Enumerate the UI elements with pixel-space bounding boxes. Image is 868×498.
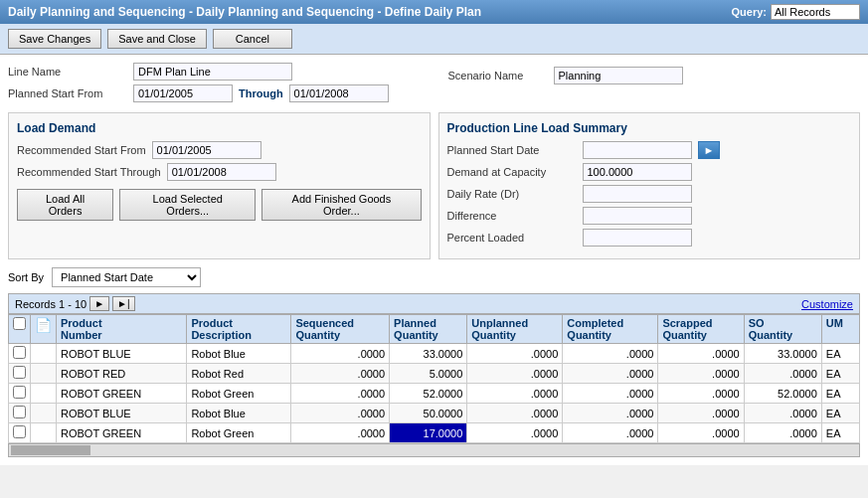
next-page-button[interactable]: ► — [89, 296, 109, 311]
demand-capacity-input[interactable] — [583, 163, 692, 181]
sections-area: Load Demand Recommended Start From Recom… — [8, 112, 860, 259]
percent-loaded-input[interactable] — [583, 229, 692, 247]
demand-capacity-label: Demand at Capacity — [447, 166, 577, 178]
product-description-cell: Robot Green — [187, 384, 291, 404]
rec-start-from-label: Recommended Start From — [17, 144, 146, 156]
planned-start-date-row: Planned Start Date ► — [447, 141, 852, 159]
difference-row: Difference — [447, 207, 852, 225]
sort-by-select[interactable]: Planned Start Date Product Number Sequen… — [52, 267, 201, 287]
sort-by-label: Sort By — [8, 271, 44, 283]
percent-loaded-row: Percent Loaded — [447, 229, 852, 247]
load-demand-header: Load Demand — [17, 121, 422, 135]
sequenced-quantity-cell: .0000 — [291, 423, 390, 443]
row-checkbox-cell — [9, 423, 31, 443]
row-checkbox-cell — [9, 404, 31, 423]
rec-start-from-row: Recommended Start From — [17, 141, 422, 159]
sequenced-quantity-cell: .0000 — [291, 364, 390, 384]
sequenced-quantity-cell: .0000 — [291, 384, 390, 404]
toolbar: Save Changes Save and Close Cancel — [0, 24, 868, 55]
save-changes-button[interactable]: Save Changes — [8, 29, 101, 49]
row-icon-cell — [31, 384, 57, 404]
customize-link[interactable]: Customize — [801, 298, 853, 310]
horizontal-scrollbar[interactable] — [8, 443, 860, 457]
completed-quantity-header: CompletedQuantity — [563, 315, 658, 344]
load-demand-section: Load Demand Recommended Start From Recom… — [8, 112, 431, 259]
planned-start-from-input[interactable] — [133, 84, 233, 102]
planned-quantity-cell: 50.0000 — [390, 404, 467, 423]
load-all-orders-button[interactable]: Load All Orders — [17, 189, 113, 221]
so-quantity-cell: .0000 — [744, 364, 821, 384]
unplanned-quantity-cell: .0000 — [467, 404, 563, 423]
planned-start-date-input[interactable] — [583, 141, 692, 159]
records-nav: Records 1 - 10 ► ►| — [15, 296, 135, 311]
daily-rate-label: Daily Rate (Dr) — [447, 188, 577, 200]
records-text: Records 1 - 10 — [15, 298, 87, 310]
scrapped-quantity-cell: .0000 — [658, 384, 744, 404]
scrapped-quantity-cell: .0000 — [658, 364, 744, 384]
rec-start-through-input[interactable] — [167, 163, 276, 181]
query-input[interactable] — [771, 4, 860, 20]
line-name-label: Line Name — [8, 66, 127, 78]
table-body: ROBOT BLUE Robot Blue .0000 33.0000 .000… — [9, 344, 860, 443]
unplanned-quantity-cell: .0000 — [467, 423, 563, 443]
production-summary-header: Production Line Load Summary — [447, 121, 852, 135]
product-description-cell: Robot Green — [187, 423, 291, 443]
cancel-button[interactable]: Cancel — [213, 29, 292, 49]
sequenced-quantity-header: SequencedQuantity — [291, 315, 390, 344]
completed-quantity-cell: .0000 — [563, 344, 658, 364]
table-row: ROBOT GREEN Robot Green .0000 17.0000 .0… — [9, 423, 860, 443]
difference-input[interactable] — [583, 207, 692, 225]
unplanned-quantity-header: UnplannedQuantity — [467, 315, 563, 344]
percent-loaded-label: Percent Loaded — [447, 232, 577, 244]
row-checkbox[interactable] — [13, 386, 26, 399]
product-number-header: ProductNumber — [57, 315, 187, 344]
um-cell: EA — [821, 404, 859, 423]
row-checkbox[interactable] — [13, 425, 26, 438]
row-checkbox[interactable] — [13, 346, 26, 359]
row-icon-cell — [31, 344, 57, 364]
select-all-header — [9, 315, 31, 344]
row-icon-cell — [31, 364, 57, 384]
product-description-cell: Robot Red — [187, 364, 291, 384]
title-bar: Daily Planning and Sequencing - Daily Pl… — [0, 0, 868, 24]
row-checkbox-cell — [9, 384, 31, 404]
through-input[interactable] — [289, 84, 389, 102]
so-quantity-cell: .0000 — [744, 423, 821, 443]
row-checkbox[interactable] — [13, 406, 26, 418]
product-number-cell: ROBOT BLUE — [57, 344, 187, 364]
row-checkbox-cell — [9, 344, 31, 364]
add-finished-goods-button[interactable]: Add Finished Goods Order... — [261, 189, 421, 221]
last-page-button[interactable]: ►| — [112, 296, 135, 311]
daily-rate-input[interactable] — [583, 185, 692, 203]
main-content: Line Name Planned Start From Through Sce… — [0, 55, 868, 465]
planned-start-row: Planned Start From Through — [8, 84, 421, 102]
data-table: 📄 ProductNumber ProductDescription Seque… — [8, 314, 860, 443]
completed-quantity-cell: .0000 — [563, 384, 658, 404]
um-cell: EA — [821, 423, 859, 443]
sort-row: Sort By Planned Start Date Product Numbe… — [8, 267, 860, 287]
completed-quantity-cell: .0000 — [563, 364, 658, 384]
next-arrow-icon[interactable]: ► — [698, 141, 721, 159]
row-checkbox[interactable] — [13, 366, 26, 379]
table-row: ROBOT BLUE Robot Blue .0000 33.0000 .000… — [9, 344, 860, 364]
completed-quantity-cell: .0000 — [563, 404, 658, 423]
so-quantity-cell: .0000 — [744, 404, 821, 423]
row-icon: 📄 — [35, 317, 52, 333]
scrapped-quantity-header: ScrappedQuantity — [658, 315, 744, 344]
line-name-input[interactable] — [133, 63, 292, 81]
production-summary-section: Production Line Load Summary Planned Sta… — [438, 112, 861, 259]
planned-quantity-cell: 33.0000 — [390, 344, 467, 364]
table-row: ROBOT BLUE Robot Blue .0000 50.0000 .000… — [9, 404, 860, 423]
product-number-cell: ROBOT GREEN — [57, 384, 187, 404]
load-selected-orders-button[interactable]: Load Selected Orders... — [119, 189, 256, 221]
icon-header: 📄 — [31, 315, 57, 344]
planned-quantity-header: PlannedQuantity — [390, 315, 467, 344]
scenario-name-input[interactable] — [554, 67, 683, 84]
demand-capacity-row: Demand at Capacity — [447, 163, 852, 181]
scrollbar-thumb[interactable] — [11, 445, 90, 455]
select-all-checkbox[interactable] — [13, 317, 26, 330]
save-close-button[interactable]: Save and Close — [107, 29, 207, 49]
scrapped-quantity-cell: .0000 — [658, 423, 744, 443]
rec-start-from-input[interactable] — [152, 141, 261, 159]
table-row: ROBOT GREEN Robot Green .0000 52.0000 .0… — [9, 384, 860, 404]
